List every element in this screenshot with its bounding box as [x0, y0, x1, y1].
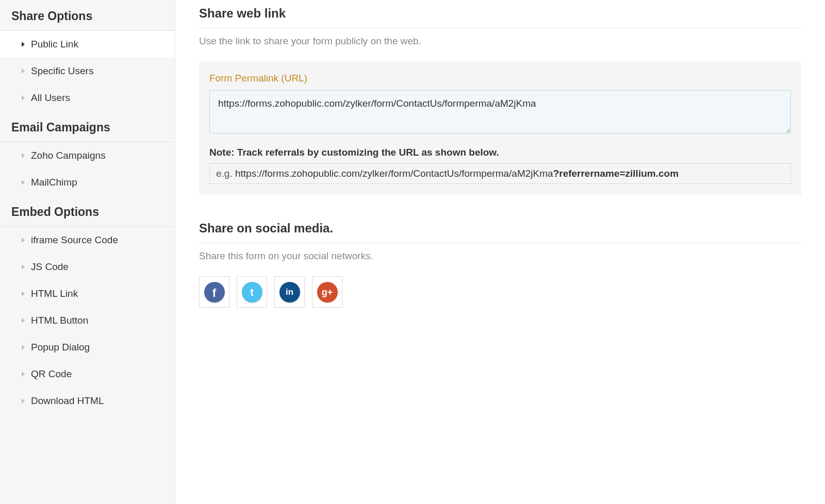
chevron-right-icon	[22, 372, 25, 377]
chevron-right-icon	[22, 153, 25, 158]
sidebar-item-html-button[interactable]: HTML Button	[0, 307, 175, 334]
sidebar-item-label: All Users	[31, 92, 70, 104]
sidebar-item-label: MailChimp	[31, 177, 77, 188]
sidebar-item-download-html[interactable]: Download HTML	[0, 388, 175, 414]
chevron-right-icon	[22, 264, 25, 270]
sidebar-section-embed-options: Embed Options	[0, 196, 175, 227]
linkedin-icon: in	[279, 282, 300, 303]
chevron-right-icon	[22, 238, 25, 243]
sidebar-item-specific-users[interactable]: Specific Users	[0, 58, 175, 85]
sidebar-item-label: HTML Link	[31, 288, 78, 299]
example-url: https://forms.zohopublic.com/zylker/form…	[235, 168, 553, 179]
chevron-right-icon	[22, 318, 25, 323]
example-prefix: e.g.	[216, 168, 233, 179]
example-query: ?referrername=zillium.com	[553, 168, 679, 179]
sidebar-item-js-code[interactable]: JS Code	[0, 254, 175, 280]
googleplus-icon: g+	[317, 282, 338, 303]
sidebar-item-zoho-campaigns[interactable]: Zoho Campaigns	[0, 142, 175, 169]
sidebar-item-label: Download HTML	[31, 395, 104, 407]
social-section-subtitle: Share this form on your social networks.	[199, 250, 801, 262]
share-facebook-button[interactable]: f	[199, 276, 229, 308]
sidebar-item-label: JS Code	[31, 261, 69, 273]
sidebar-item-label: QR Code	[31, 368, 72, 380]
chevron-right-icon	[22, 42, 25, 47]
sidebar-section-share-options: Share Options	[0, 0, 175, 31]
sidebar-item-label: Public Link	[31, 39, 78, 50]
sidebar-item-mailchimp[interactable]: MailChimp	[0, 169, 175, 196]
sidebar-item-qr-code[interactable]: QR Code	[0, 361, 175, 388]
social-section-title: Share on social media.	[199, 221, 801, 243]
twitter-icon: t	[242, 282, 262, 303]
sidebar-item-public-link[interactable]: Public Link	[0, 31, 175, 58]
permalink-panel: Form Permalink (URL) Note: Track referra…	[199, 61, 801, 195]
chevron-right-icon	[22, 291, 25, 296]
permalink-label: Form Permalink (URL)	[209, 73, 791, 84]
note-text: Track referrals by customizing the URL a…	[237, 147, 499, 158]
social-buttons-row: f t in g+	[199, 276, 801, 308]
chevron-right-icon	[22, 95, 25, 100]
sidebar: Share Options Public Link Specific Users…	[0, 0, 175, 504]
chevron-right-icon	[22, 180, 25, 185]
chevron-right-icon	[22, 345, 25, 350]
sidebar-item-iframe-source[interactable]: iframe Source Code	[0, 227, 175, 254]
sidebar-item-label: Zoho Campaigns	[31, 150, 106, 161]
sidebar-item-label: Popup Dialog	[31, 342, 90, 353]
sidebar-item-label: Specific Users	[31, 65, 93, 77]
share-googleplus-button[interactable]: g+	[312, 276, 342, 308]
chevron-right-icon	[22, 398, 25, 404]
referral-example: e.g. https://forms.zohopublic.com/zylker…	[209, 163, 791, 184]
page-title: Share web link	[199, 6, 801, 28]
sidebar-item-html-link[interactable]: HTML Link	[0, 280, 175, 307]
main-content: Share web link Use the link to share you…	[175, 0, 825, 504]
share-linkedin-button[interactable]: in	[274, 276, 305, 308]
sidebar-section-email-campaigns: Email Campaigns	[0, 111, 175, 142]
permalink-input[interactable]	[209, 90, 791, 133]
chevron-right-icon	[22, 69, 25, 74]
page-subtitle: Use the link to share your form publicly…	[199, 36, 801, 47]
note-prefix: Note:	[209, 147, 235, 158]
sidebar-item-all-users[interactable]: All Users	[0, 85, 175, 111]
share-twitter-button[interactable]: t	[237, 276, 267, 308]
sidebar-item-popup-dialog[interactable]: Popup Dialog	[0, 334, 175, 361]
referral-note: Note: Track referrals by customizing the…	[209, 147, 791, 158]
facebook-icon: f	[204, 282, 225, 303]
sidebar-item-label: iframe Source Code	[31, 234, 118, 246]
sidebar-item-label: HTML Button	[31, 315, 88, 326]
